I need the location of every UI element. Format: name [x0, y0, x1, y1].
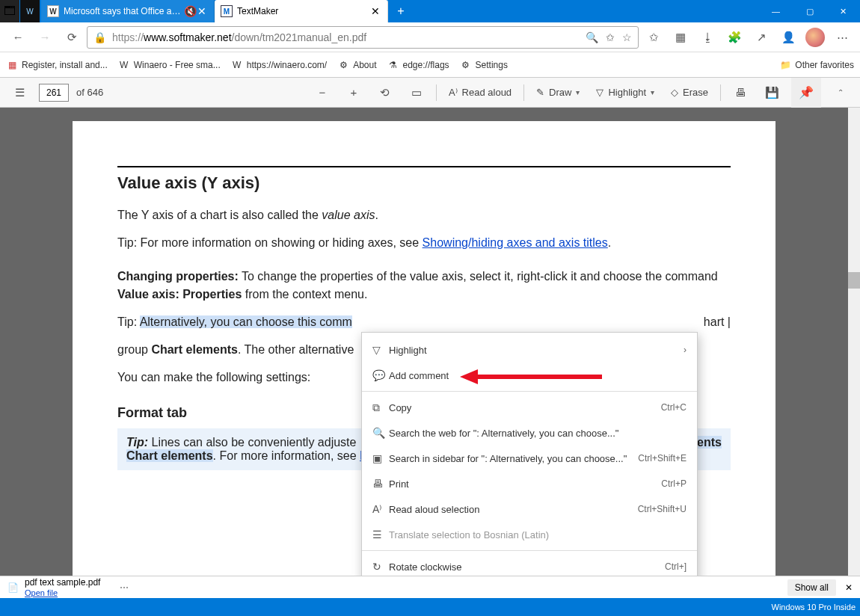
pdf-toolbar: ☰ of 646 − + ⟲ ▭ A⁾Read aloud ✎Draw▾ ▽Hi… [0, 78, 860, 108]
pdf-file-icon: 📄 [7, 582, 19, 593]
other-favorites[interactable]: 📁Other favorites [779, 59, 854, 71]
tab-active[interactable]: M TextMaker ✕ [215, 0, 388, 22]
page-number-input[interactable] [39, 84, 69, 102]
refresh-button[interactable]: ⟳ [60, 25, 84, 49]
open-file-link[interactable]: Open file [25, 588, 58, 597]
paragraph: Tip: Alternatively, you can choose this … [117, 313, 731, 332]
lock-icon: 🔒 [93, 31, 106, 43]
ctx-search-sidebar[interactable]: ▣Search in sidebar for ": Alternatively,… [362, 446, 697, 471]
favorites-icon[interactable]: ✩ [642, 25, 666, 49]
maximize-button[interactable]: ▢ [793, 0, 826, 22]
address-bar: ← → ⟳ 🔒 https://www.softmaker.net/down/t… [0, 22, 860, 52]
taskbar-app-icons: 🗔 W [0, 0, 40, 22]
read-aloud-button[interactable]: A⁾Read aloud [444, 87, 516, 98]
draw-button[interactable]: ✎Draw▾ [532, 87, 584, 98]
print-icon[interactable]: 🖶 [728, 81, 752, 105]
ctx-copy[interactable]: ⧉CopyCtrl+C [362, 395, 697, 420]
page-count: of 646 [76, 87, 103, 98]
ctx-highlight[interactable]: ▽Highlight› [362, 337, 697, 363]
search-icon: 🔍 [372, 427, 389, 439]
erase-button[interactable]: ◇Erase [666, 87, 713, 98]
close-icon[interactable]: ✕ [197, 5, 208, 17]
taskbar-icon-2[interactable]: W [20, 0, 40, 22]
rotate-cw-icon: ↻ [372, 561, 389, 573]
scroll-thumb[interactable] [848, 272, 860, 289]
url-field[interactable]: 🔒 https://www.softmaker.net/down/tm2021m… [87, 26, 639, 49]
bookmark-item[interactable]: ⚙About [337, 59, 376, 71]
download-item[interactable]: 📄 pdf text sample.pdf Open file ⋯ [7, 577, 129, 598]
context-menu: ▽Highlight› 💬Add comment ⧉CopyCtrl+C 🔍Se… [361, 332, 698, 616]
bookmark-item[interactable]: ⚙Settings [460, 59, 508, 71]
gear-icon: ⚙ [460, 59, 472, 71]
show-all-button[interactable]: Show all [787, 579, 836, 596]
doc-link[interactable]: Showing/hiding axes and axis titles [423, 236, 608, 249]
ctx-translate: ☰Translate selection to Bosnian (Latin) [362, 522, 697, 547]
favorite-star-icon[interactable]: ☆ [622, 31, 632, 43]
more-icon[interactable]: ⋯ [830, 25, 854, 49]
chevron-down-icon[interactable]: ▾ [651, 88, 654, 96]
print-icon: 🖶 [372, 478, 389, 490]
selected-text: Alternatively, you can choose this comm [140, 315, 352, 328]
bookmark-item[interactable]: ▦Register, install and... [6, 59, 108, 71]
zoom-in-button[interactable]: + [342, 81, 366, 105]
os-build-text: Windows 10 Pro Inside [772, 603, 856, 612]
translate-icon: ☰ [372, 529, 389, 540]
downloads-bar: 📄 pdf text sample.pdf Open file ⋯ Show a… [0, 576, 860, 598]
gear-icon: ⚙ [337, 59, 349, 71]
chevron-right-icon: › [684, 345, 687, 355]
person-icon[interactable]: 👤 [776, 25, 800, 49]
toolbar-chevron-icon[interactable]: ⌃ [829, 81, 853, 105]
draw-icon: ✎ [536, 87, 544, 98]
heading-h2: Value axis (Y axis) [117, 173, 731, 193]
pin-toolbar-button[interactable]: 📌 [791, 78, 821, 108]
tab-mute-icon[interactable]: 🔇 [184, 5, 194, 17]
translate-icon[interactable]: ✩ [606, 31, 615, 43]
bookmark-item[interactable]: Whttps://winaero.com/ [231, 59, 327, 71]
os-taskbar: Windows 10 Pro Inside [0, 598, 860, 616]
download-more-icon[interactable]: ⋯ [120, 582, 129, 593]
bookmark-icon: W [231, 59, 243, 71]
fit-page-icon[interactable]: ▭ [405, 81, 429, 105]
tab-label: TextMaker [237, 6, 368, 16]
paragraph: Changing properties: To change the prope… [117, 268, 731, 305]
favicon-icon: M [221, 5, 233, 17]
close-icon[interactable]: ✕ [371, 5, 381, 17]
read-aloud-icon: A⁾ [449, 87, 458, 98]
chevron-down-icon[interactable]: ▾ [576, 88, 580, 96]
new-tab-button[interactable]: + [388, 0, 414, 22]
zoom-out-button[interactable]: − [310, 81, 334, 105]
taskbar-icon-1[interactable]: 🗔 [0, 0, 19, 22]
ctx-read-aloud[interactable]: A⁾Read aloud selectionCtrl+Shift+U [362, 496, 697, 522]
rotate-icon[interactable]: ⟲ [373, 81, 397, 105]
extensions-icon[interactable]: 🧩 [722, 25, 746, 49]
profile-avatar[interactable] [803, 25, 827, 49]
flask-icon: ⚗ [387, 59, 399, 71]
download-filename: pdf text sample.pdf [25, 577, 100, 588]
share-icon[interactable]: ↗ [749, 25, 773, 49]
comment-icon: 💬 [372, 369, 389, 381]
highlight-button[interactable]: ▽Highlight▾ [592, 87, 659, 98]
scrollbar[interactable] [848, 108, 860, 576]
close-window-button[interactable]: ✕ [826, 0, 860, 22]
bookmark-item[interactable]: ⚗edge://flags [387, 59, 449, 71]
copy-icon: ⧉ [372, 401, 389, 414]
minimize-button[interactable]: ― [759, 0, 793, 22]
titlebar: W Microsoft says that Office apps a 🔇 ✕ … [0, 0, 860, 22]
highlight-icon: ▽ [372, 344, 389, 356]
ctx-add-comment[interactable]: 💬Add comment [362, 363, 697, 388]
bookmark-item[interactable]: WWinaero - Free sma... [118, 59, 221, 71]
close-icon[interactable]: ✕ [845, 582, 853, 593]
tab-label: Microsoft says that Office apps a [64, 6, 181, 16]
url-scheme: https:// [112, 31, 144, 43]
save-icon[interactable]: 💾 [760, 81, 784, 105]
tab-inactive[interactable]: W Microsoft says that Office apps a 🔇 ✕ [41, 0, 215, 22]
read-aloud-icon: A⁾ [372, 503, 389, 515]
back-button[interactable]: ← [6, 25, 30, 49]
collections-icon[interactable]: ▦ [669, 25, 692, 49]
ctx-print[interactable]: 🖶PrintCtrl+P [362, 471, 697, 496]
ctx-search-web[interactable]: 🔍Search the web for ": Alternatively, yo… [362, 420, 697, 446]
paragraph: The Y axis of a chart is also called the… [117, 206, 731, 225]
downloads-icon[interactable]: ⭳ [695, 25, 719, 49]
contents-icon[interactable]: ☰ [7, 81, 31, 105]
reader-icon[interactable]: 🔍 [586, 31, 598, 43]
